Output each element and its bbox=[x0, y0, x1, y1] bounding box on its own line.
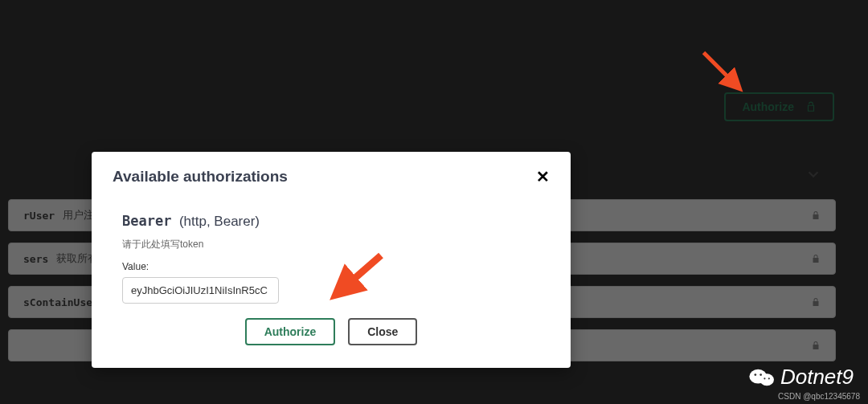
arrow-annotation-icon bbox=[695, 44, 751, 100]
svg-point-4 bbox=[754, 373, 756, 376]
auth-scheme-type: (http, Bearer) bbox=[179, 214, 260, 229]
footer-watermark: CSDN @qbc12345678 bbox=[778, 392, 860, 401]
svg-line-1 bbox=[346, 255, 381, 286]
brand-name: Dotnet9 bbox=[780, 365, 854, 390]
svg-point-5 bbox=[760, 373, 762, 376]
svg-point-6 bbox=[764, 377, 765, 379]
modal-close-button[interactable]: Close bbox=[348, 318, 417, 345]
modal-title: Available authorizations bbox=[113, 168, 288, 186]
auth-scheme-title: Bearer (http, Bearer) bbox=[122, 213, 550, 230]
close-icon[interactable]: ✕ bbox=[536, 169, 550, 185]
svg-point-7 bbox=[768, 377, 770, 379]
arrow-annotation-icon bbox=[330, 243, 394, 307]
svg-point-3 bbox=[760, 373, 774, 386]
svg-line-0 bbox=[704, 53, 735, 84]
auth-scheme-name: Bearer bbox=[122, 213, 171, 229]
brand-watermark: Dotnet9 bbox=[748, 365, 854, 390]
token-input[interactable] bbox=[122, 277, 279, 304]
wechat-icon bbox=[748, 365, 776, 390]
modal-authorize-button[interactable]: Authorize bbox=[245, 318, 336, 345]
